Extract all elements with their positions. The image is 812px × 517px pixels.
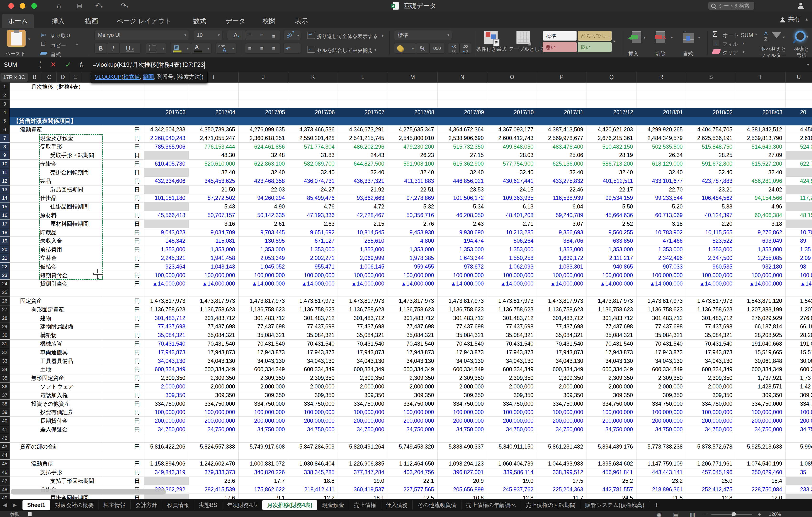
unit-cell[interactable]: 円 <box>103 468 144 477</box>
data-cell[interactable] <box>686 288 736 297</box>
sheet-tab-販管システム(債権残高)[interactable]: 販管システム(債権残高) <box>580 500 649 510</box>
data-cell[interactable]: 1,030,846,404 <box>288 460 338 468</box>
data-cell[interactable] <box>587 100 637 108</box>
data-cell[interactable]: 4,342,604,233 <box>144 126 189 134</box>
data-cell[interactable]: 9,043,023 <box>144 228 189 237</box>
data-cell[interactable]: 32.40 <box>637 168 686 176</box>
data-cell[interactable] <box>388 100 438 108</box>
data-cell[interactable]: 483,476,400 <box>537 143 587 151</box>
font-color-button[interactable]: A ▾ <box>191 43 211 54</box>
data-cell[interactable] <box>786 168 812 176</box>
data-cell[interactable]: 923,464 <box>144 263 189 271</box>
data-cell[interactable]: 600,334,349 <box>388 365 438 374</box>
unit-cell[interactable] <box>103 451 144 459</box>
data-cell[interactable]: 334,750,000 <box>686 400 736 408</box>
data-cell[interactable] <box>189 83 239 91</box>
data-cell[interactable]: 145,342 <box>144 237 189 245</box>
copy-dropdown-icon[interactable]: ▾ <box>76 42 78 47</box>
data-cell[interactable]: 2,000,000 <box>686 382 736 391</box>
data-cell[interactable]: 600,33 <box>786 365 812 374</box>
data-cell[interactable]: 1,112,464,650 <box>388 460 438 468</box>
data-cell[interactable]: 200,000,000 <box>637 417 686 425</box>
accounting-format-button[interactable]: ▾ <box>394 43 416 54</box>
row-header-41[interactable]: 41 <box>0 425 9 434</box>
data-cell[interactable]: 9,453,930 <box>388 228 438 237</box>
row-header-49[interactable]: 49 <box>0 494 9 499</box>
data-cell[interactable]: 2,539,813,790 <box>736 134 786 142</box>
data-cell[interactable]: 334,750,000 <box>487 400 537 408</box>
format-cells-button[interactable]: 書式 <box>683 50 693 57</box>
data-cell[interactable] <box>388 83 438 91</box>
tooltip-function-link[interactable]: VLOOKUP <box>95 74 121 80</box>
data-cell[interactable]: 339,586,114 <box>487 468 537 477</box>
data-cell[interactable]: 12.2 <box>288 494 338 499</box>
data-cell[interactable]: 200,000,000 <box>537 417 587 425</box>
data-cell[interactable]: 1,353,000 <box>288 245 338 254</box>
normal-view-icon[interactable]: ▦ <box>656 511 662 517</box>
data-cell[interactable]: 28.19 <box>587 151 637 159</box>
data-cell[interactable]: 6.13 <box>487 202 537 211</box>
data-cell[interactable]: 25.2 <box>587 477 637 485</box>
data-cell[interactable]: 600,334,349 <box>438 365 487 374</box>
data-cell[interactable]: 70,431,540 <box>487 339 537 348</box>
data-cell[interactable] <box>388 451 438 459</box>
data-cell[interactable]: 85,499,476 <box>288 194 338 202</box>
data-cell[interactable]: 34,043,130 <box>686 357 736 365</box>
data-cell[interactable]: 200,000,000 <box>239 417 288 425</box>
data-cell[interactable]: 9,356,693 <box>537 228 587 237</box>
data-cell[interactable]: 32.40 <box>189 168 239 176</box>
data-cell[interactable] <box>144 434 189 442</box>
row-header-12[interactable]: 12 <box>0 177 9 185</box>
data-cell[interactable]: 309,350 <box>736 391 786 400</box>
data-cell[interactable]: 671,127 <box>288 237 338 245</box>
column-header-C[interactable]: C <box>42 72 57 83</box>
data-cell[interactable]: 443,443,141 <box>637 468 686 477</box>
data-cell[interactable]: 100,000,000 <box>144 271 189 279</box>
ribbon-tab-6[interactable]: 校閲 <box>256 14 282 28</box>
row-header-9[interactable]: 9 <box>0 151 9 159</box>
data-cell[interactable]: 2.63 <box>288 220 338 228</box>
vertical-align-buttons[interactable]: ≡ ≡ ≡ <box>245 30 280 40</box>
column-header-E[interactable]: E <box>69 72 81 83</box>
data-cell[interactable] <box>736 100 786 108</box>
data-cell[interactable]: 2,625,536,191 <box>686 134 736 142</box>
data-cell[interactable]: 233,2 <box>786 485 812 494</box>
data-cell[interactable] <box>338 83 388 91</box>
data-cell[interactable]: 100,00 <box>786 408 812 416</box>
data-cell[interactable]: 301,483,712 <box>338 314 388 322</box>
data-cell[interactable]: 17,943,873 <box>686 348 736 357</box>
data-cell[interactable]: 276,029,929 <box>736 314 786 322</box>
data-cell[interactable]: 35,084,321 <box>686 331 736 339</box>
data-cell[interactable]: 1,207,38 <box>786 305 812 314</box>
data-cell[interactable]: 4,299,920,265 <box>637 126 686 134</box>
data-cell[interactable]: 4,381,342,512 <box>736 126 786 134</box>
data-cell[interactable] <box>736 91 786 100</box>
data-cell[interactable]: 5,847,284,509 <box>288 442 338 451</box>
row-header-30[interactable]: 30 <box>0 331 9 339</box>
data-cell[interactable]: 1,353,000 <box>438 245 487 254</box>
unit-cell[interactable]: 日 <box>103 151 144 159</box>
data-cell[interactable]: 4,404,754,705 <box>686 126 736 134</box>
ribbon-tab-7[interactable]: 表示 <box>289 14 314 28</box>
data-cell[interactable]: 955,471 <box>288 263 338 271</box>
data-cell[interactable]: 2,053,349 <box>239 254 288 262</box>
copy-button[interactable]: コピー <box>51 42 66 49</box>
zoom-in-button[interactable]: + <box>757 511 761 517</box>
data-cell[interactable]: 334,750,000 <box>438 400 487 408</box>
row-header-21[interactable]: 21 <box>0 254 9 262</box>
row-header-39[interactable]: 39 <box>0 408 9 416</box>
data-cell[interactable]: 34,043,130 <box>144 357 189 365</box>
italic-button[interactable]: I <box>107 43 119 54</box>
column-header-M[interactable]: M <box>388 72 438 83</box>
data-cell[interactable]: 10,70 <box>786 228 812 237</box>
data-cell[interactable]: ▲14,000,000 <box>338 279 388 288</box>
data-cell[interactable]: 23.6 <box>189 477 239 485</box>
data-cell[interactable]: 59,240,789 <box>537 211 587 219</box>
data-cell[interactable] <box>786 220 812 228</box>
data-cell[interactable]: 2,245,321 <box>144 254 189 262</box>
comma-format-button[interactable]: 000 <box>429 43 445 54</box>
data-cell[interactable]: 4,387,413,509 <box>537 126 587 134</box>
data-cell[interactable]: 5.34 <box>438 202 487 211</box>
data-cell[interactable]: 19.0 <box>338 477 388 485</box>
data-cell[interactable]: 200,000,000 <box>189 417 239 425</box>
